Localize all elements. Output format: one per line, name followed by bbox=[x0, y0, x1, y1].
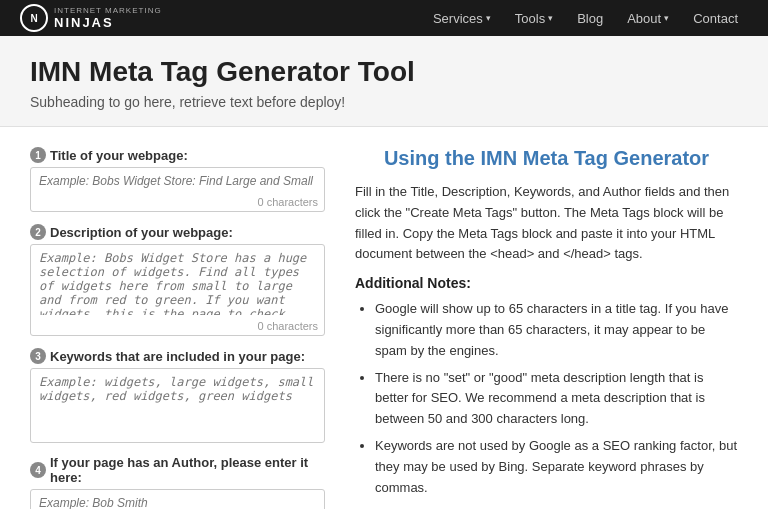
title-input[interactable] bbox=[31, 168, 324, 194]
title-section: 1 Title of your webpage: 0 characters bbox=[30, 147, 325, 212]
step-4-badge: 4 bbox=[30, 462, 46, 478]
nav-blog[interactable]: Blog bbox=[567, 7, 613, 30]
form-panel: 1 Title of your webpage: 0 characters 2 … bbox=[30, 147, 325, 509]
nav-links: Services ▾ Tools ▾ Blog About ▾ Contact bbox=[423, 7, 748, 30]
page-title: IMN Meta Tag Generator Tool bbox=[30, 56, 738, 88]
keywords-field-wrapper bbox=[30, 368, 325, 443]
description-char-count: 0 characters bbox=[31, 318, 324, 335]
logo-top-text: INTERNET MARKETING bbox=[54, 6, 162, 15]
nav-contact[interactable]: Contact bbox=[683, 7, 748, 30]
keywords-input[interactable] bbox=[31, 369, 324, 439]
navbar: N INTERNET MARKETING NINJAS Services ▾ T… bbox=[0, 0, 768, 36]
page-subtitle: Subheading to go here, retrieve text bef… bbox=[30, 94, 738, 110]
list-item: Google will show up to 65 characters in … bbox=[375, 299, 738, 361]
logo-circle: N bbox=[20, 4, 48, 32]
title-char-count: 0 characters bbox=[31, 194, 324, 211]
notes-list: Google will show up to 65 characters in … bbox=[375, 299, 738, 498]
description-section: 2 Description of your webpage: 0 charact… bbox=[30, 224, 325, 336]
logo-main-text: NINJAS bbox=[54, 15, 162, 30]
chevron-down-icon: ▾ bbox=[664, 13, 669, 23]
author-input[interactable] bbox=[31, 490, 324, 509]
description-input[interactable] bbox=[31, 245, 324, 315]
step-1-badge: 1 bbox=[30, 147, 46, 163]
nav-about[interactable]: About ▾ bbox=[617, 7, 679, 30]
hero-section: IMN Meta Tag Generator Tool Subheading t… bbox=[0, 36, 768, 127]
chevron-down-icon: ▾ bbox=[548, 13, 553, 23]
step-2-badge: 2 bbox=[30, 224, 46, 240]
additional-notes-heading: Additional Notes: bbox=[355, 275, 738, 291]
content-intro: Fill in the Title, Description, Keywords… bbox=[355, 182, 738, 265]
main-content: 1 Title of your webpage: 0 characters 2 … bbox=[0, 127, 768, 509]
content-panel: Using the IMN Meta Tag Generator Fill in… bbox=[355, 147, 738, 509]
logo[interactable]: N INTERNET MARKETING NINJAS bbox=[20, 4, 162, 32]
logo-icon: N bbox=[30, 13, 37, 24]
step-3-badge: 3 bbox=[30, 348, 46, 364]
author-label: 4 If your page has an Author, please ent… bbox=[30, 455, 325, 485]
keywords-label: 3 Keywords that are included in your pag… bbox=[30, 348, 325, 364]
nav-services[interactable]: Services ▾ bbox=[423, 7, 501, 30]
list-item: There is no "set" or "good" meta descrip… bbox=[375, 368, 738, 430]
author-field-wrapper bbox=[30, 489, 325, 509]
title-field-wrapper: 0 characters bbox=[30, 167, 325, 212]
description-field-wrapper: 0 characters bbox=[30, 244, 325, 336]
list-item: Keywords are not used by Google as a SEO… bbox=[375, 436, 738, 498]
author-section: 4 If your page has an Author, please ent… bbox=[30, 455, 325, 509]
content-heading: Using the IMN Meta Tag Generator bbox=[355, 147, 738, 170]
nav-tools[interactable]: Tools ▾ bbox=[505, 7, 563, 30]
chevron-down-icon: ▾ bbox=[486, 13, 491, 23]
description-label: 2 Description of your webpage: bbox=[30, 224, 325, 240]
keywords-section: 3 Keywords that are included in your pag… bbox=[30, 348, 325, 443]
title-label: 1 Title of your webpage: bbox=[30, 147, 325, 163]
